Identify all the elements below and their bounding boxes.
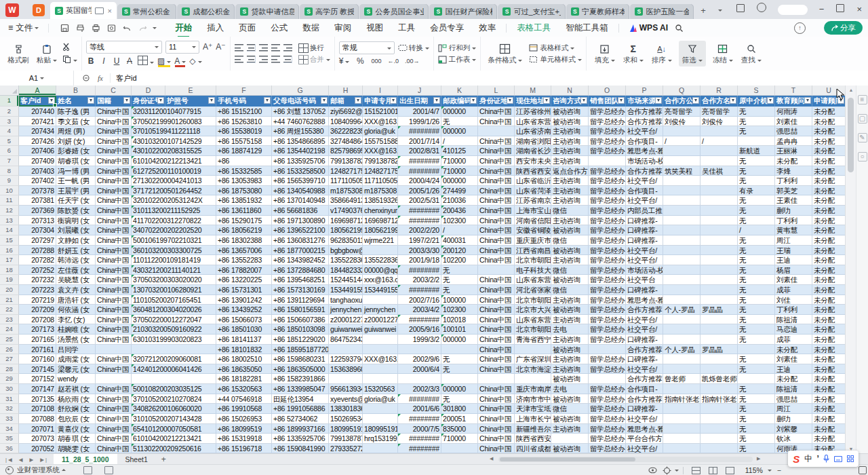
column-header-B[interactable]: 姓名 [56, 96, 96, 107]
fullscreen-icon[interactable] [859, 466, 867, 474]
document-tab-2[interactable]: S成都公积金.xlsx [177, 4, 235, 19]
decrease-font-icon[interactable]: A⁻ [216, 42, 225, 52]
cell-P17[interactable]: 社交平台/ [626, 255, 663, 265]
sheet-tab-11_28_5_1000[interactable]: 11_28_5_1000 [54, 454, 117, 465]
cell-S21[interactable]: 无 [738, 295, 775, 305]
cell-N26[interactable]: 被动咨询 [551, 345, 589, 355]
cell-F16[interactable]: +86 13657006 [216, 246, 272, 256]
merge-cells-button[interactable]: 合并 [298, 55, 330, 64]
fill-color-button[interactable]: ▨ [157, 56, 171, 66]
cell-U35[interactable]: 未分配 [812, 434, 845, 444]
cell-P31[interactable]: 合作方推荐 [626, 394, 663, 404]
cell-K4[interactable]: 000000 [441, 126, 478, 136]
cell-A13[interactable]: 207313 [19, 216, 56, 226]
cell-D19[interactable]: 370503200303020020 [132, 275, 216, 285]
cell-H7[interactable]: 799138782 [329, 156, 363, 166]
cell-N20[interactable]: 微信 [551, 285, 589, 295]
cell-P21[interactable]: 雅思考点-雅 [626, 295, 663, 305]
cell-O35[interactable]: 留学总经办 [589, 434, 626, 444]
cell-N2[interactable]: 被动咨询 [551, 107, 589, 117]
cell-J32[interactable]: 2001/6/6 [398, 404, 441, 414]
cell-M21[interactable]: 北京市朝阳 [515, 295, 551, 305]
column-header-N[interactable]: 咨询方式 [551, 96, 589, 107]
record-icon[interactable] [83, 466, 92, 474]
cell-A23[interactable]: 207208 [19, 315, 56, 325]
cell-C34[interactable]: China中国 [96, 424, 132, 434]
cell-T17[interactable]: 王迪 [775, 255, 812, 265]
conditional-format-button[interactable]: 条件格式 [488, 42, 522, 65]
cell-B5[interactable]: 刘妍 (女) [56, 136, 96, 147]
column-letter-P[interactable]: P [626, 86, 663, 96]
cell-I4[interactable]: gloria@uk [363, 126, 398, 136]
cell-R5[interactable]: / [701, 136, 738, 147]
cell-R33[interactable] [701, 414, 738, 424]
tab-smart-toolbox[interactable]: 智能工具箱 [566, 22, 608, 34]
cell-U9[interactable]: 未分配 [812, 176, 845, 186]
cut-button[interactable] [62, 43, 77, 53]
cell-O27[interactable]: 留学总经办 [589, 354, 626, 364]
cell-I16[interactable] [363, 246, 398, 256]
cell-H28[interactable]: 153638960 [329, 364, 363, 375]
cell-B26[interactable]: 吕同学 [56, 345, 96, 355]
column-letter-C[interactable]: C [96, 86, 132, 96]
column-letter-T[interactable]: T [775, 86, 812, 96]
menu-item-会员专享[interactable]: 会员专享 [430, 22, 464, 34]
page-layout-icon[interactable] [709, 467, 717, 474]
cell-O23[interactable]: 留学总经办 [589, 315, 626, 325]
cell-J28[interactable]: 2000/6/4 [398, 364, 441, 375]
cell-H20[interactable]: 153449155 [329, 285, 363, 295]
cell-B19[interactable]: 吴晓慧 (女 [56, 275, 96, 285]
distribute-icon[interactable] [283, 56, 292, 63]
menu-item-开始[interactable]: 开始 [175, 22, 192, 34]
cell-D30[interactable]: 500108200203035125 [132, 384, 216, 394]
cell-M7[interactable]: 西安市未央 [515, 156, 551, 166]
cell-F13[interactable]: +86 15290175 [216, 216, 272, 226]
panel-settings-icon[interactable]: ≡ [858, 95, 867, 104]
cell-S32[interactable]: 无 [738, 404, 775, 414]
cell-N16[interactable]: 被动咨询 [551, 246, 589, 256]
cell-S7[interactable]: 无 [738, 156, 775, 166]
cell-O26[interactable] [589, 345, 626, 355]
row-number-17[interactable]: 17 [0, 255, 19, 265]
cell-C8[interactable]: China中国 [96, 166, 132, 176]
cell-P26[interactable]: 合作方推荐 [626, 345, 663, 355]
preview-icon[interactable] [107, 24, 116, 33]
font-name-select[interactable]: 等线 [86, 41, 162, 54]
cell-T11[interactable]: 王素佳 [775, 195, 812, 206]
cell-J22[interactable]: 2003/4/2 [398, 305, 441, 315]
cell-C16[interactable]: China中国 [96, 246, 132, 256]
eye-icon[interactable] [648, 467, 657, 474]
cell-B18[interactable]: 左佳薇 (女 [56, 265, 96, 276]
font-size-select[interactable]: 11 [165, 41, 199, 54]
cell-D35[interactable]: 610104200212213421 [132, 434, 216, 444]
cell-O11[interactable]: 留学总经办 [589, 195, 626, 206]
cell-F22[interactable]: +86 13439252 [216, 305, 272, 315]
cell-P30[interactable]: 合作项目- [626, 384, 663, 394]
italic-button[interactable]: I [99, 56, 108, 66]
cell-L25[interactable]: China中国 [478, 335, 515, 345]
cell-J4[interactable]: ######## [398, 126, 441, 136]
cell-F36[interactable]: +86 15196718 [216, 444, 272, 453]
cell-D27[interactable]: 320721200209060081 [132, 354, 216, 364]
menu-item-视图[interactable]: 视图 [366, 22, 383, 34]
cell-P5[interactable]: 合作项目- [626, 136, 663, 147]
cell-I32[interactable] [363, 404, 398, 414]
cell-F23[interactable]: +86 15066073 [216, 315, 272, 325]
cell-I25[interactable] [363, 335, 398, 345]
cell-J5[interactable]: 2001/7/14 [398, 136, 441, 147]
cell-F4[interactable]: +86 15538019 [216, 126, 272, 136]
cell-J23[interactable]: ######## [398, 315, 441, 325]
row-number-26[interactable]: 26 [0, 345, 19, 355]
cell-O16[interactable]: 留学总经办 [589, 246, 626, 256]
cell-K5[interactable]: / [441, 136, 478, 147]
menu-item-审阅[interactable]: 审阅 [334, 22, 351, 34]
cell-T22[interactable]: 丁利利 [775, 305, 812, 315]
row-number-13[interactable]: 13 [0, 216, 19, 226]
cell-K15[interactable]: 400031 [441, 235, 478, 246]
cell-K34[interactable]: 835000 [441, 424, 478, 434]
row-number-21[interactable]: 21 [0, 295, 19, 305]
cell-S18[interactable]: 无 [738, 265, 775, 276]
cell-F6[interactable]: +86 18874129 [216, 146, 272, 156]
row-number-30[interactable]: 30 [0, 384, 19, 394]
cell-N28[interactable]: 主动咨询 [551, 364, 589, 375]
